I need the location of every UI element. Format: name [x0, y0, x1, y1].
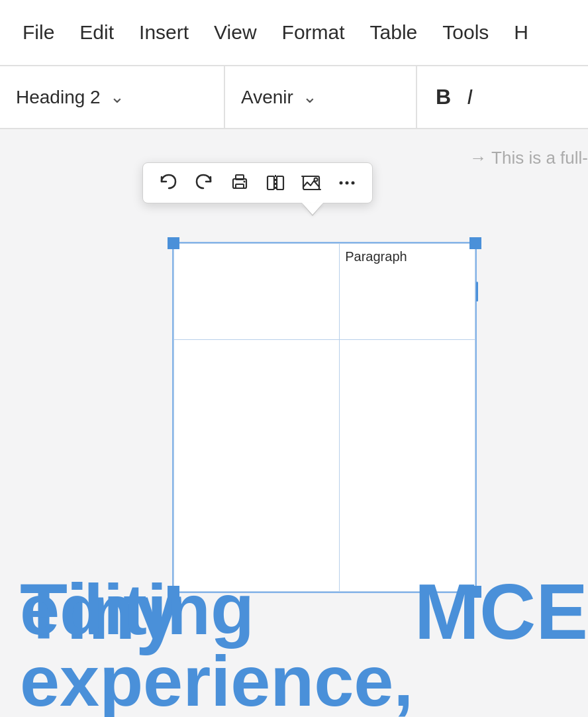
italic-button[interactable]: I — [462, 82, 478, 112]
menu-format[interactable]: Format — [279, 16, 348, 49]
menu-table[interactable]: Table — [368, 16, 420, 49]
font-dropdown[interactable]: Avenir ⌄ — [225, 66, 417, 128]
svg-point-8 — [315, 178, 318, 182]
format-buttons: B I — [417, 66, 491, 128]
bold-button[interactable]: B — [430, 82, 456, 112]
hint-text: → This is a full- — [469, 148, 588, 168]
undo-button[interactable] — [158, 172, 179, 193]
menu-bar: File Edit Insert View Format Table Tools… — [0, 0, 588, 66]
col-resize-handle[interactable] — [476, 282, 478, 302]
redo-button[interactable] — [193, 172, 215, 193]
table-row: Paragraph — [174, 244, 475, 340]
font-label: Avenir — [241, 87, 293, 108]
svg-rect-5 — [277, 176, 283, 190]
style-label: Heading 2 — [16, 87, 101, 108]
menu-view[interactable]: View — [211, 16, 259, 49]
image-button[interactable] — [301, 172, 322, 193]
handle-bottom-left[interactable] — [168, 586, 179, 598]
menu-insert[interactable]: Insert — [136, 16, 191, 49]
handle-bottom-right[interactable] — [469, 586, 481, 598]
table-container: Paragraph — [172, 242, 477, 593]
svg-point-12 — [346, 182, 349, 185]
table-cell-bottom-left[interactable] — [174, 340, 340, 592]
table-cell-left[interactable] — [174, 244, 340, 340]
toolbar-bar: Heading 2 ⌄ Avenir ⌄ B I — [0, 66, 588, 129]
cell-header-label: Paragraph — [345, 249, 407, 264]
svg-rect-4 — [268, 176, 274, 190]
table: Paragraph — [173, 243, 475, 592]
table-cell-bottom-right[interactable] — [340, 340, 475, 592]
menu-help[interactable]: H — [511, 16, 531, 49]
more-button[interactable] — [336, 172, 358, 193]
style-chevron-icon: ⌄ — [110, 87, 124, 107]
handle-top-left[interactable] — [168, 237, 179, 249]
table-row-2 — [174, 340, 475, 592]
svg-rect-2 — [236, 184, 244, 188]
print-button[interactable] — [229, 172, 250, 193]
columns-button[interactable] — [265, 172, 286, 193]
menu-edit[interactable]: Edit — [77, 16, 117, 49]
floating-toolbar — [142, 162, 373, 203]
svg-point-13 — [352, 182, 355, 185]
style-dropdown[interactable]: Heading 2 ⌄ — [0, 66, 225, 128]
svg-point-3 — [244, 181, 246, 183]
big-text-bottom: editing experience, — [20, 574, 588, 717]
svg-point-11 — [340, 182, 343, 185]
font-chevron-icon: ⌄ — [303, 87, 317, 107]
handle-top-right[interactable] — [469, 237, 481, 249]
table-cell-right[interactable]: Paragraph — [340, 244, 475, 340]
menu-tools[interactable]: Tools — [440, 16, 491, 49]
menu-file[interactable]: File — [20, 16, 57, 49]
editor-area: → This is a full- — [0, 129, 588, 717]
